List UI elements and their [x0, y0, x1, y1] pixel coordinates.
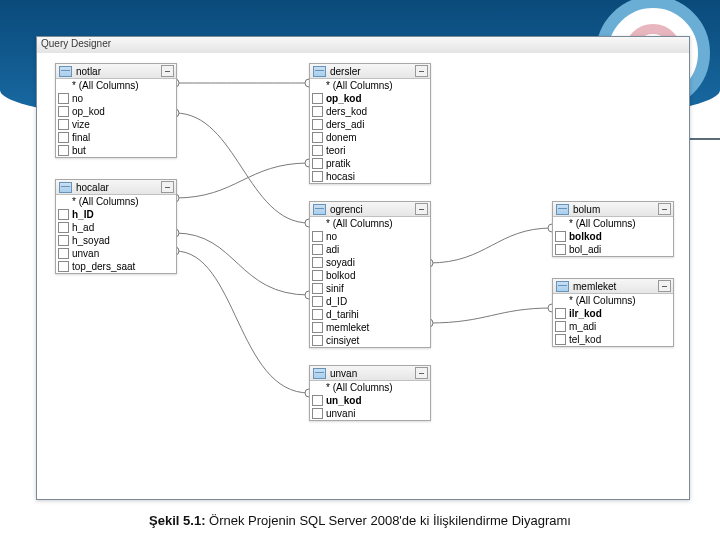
column-row[interactable]: op_kod — [310, 92, 430, 105]
table-unvan[interactable]: unvan–* (All Columns)un_kodunvani — [309, 365, 431, 421]
table-header[interactable]: unvan– — [310, 366, 430, 381]
column-checkbox[interactable] — [312, 395, 323, 406]
column-checkbox[interactable] — [58, 145, 69, 156]
column-row[interactable]: soyadi — [310, 256, 430, 269]
column-checkbox[interactable] — [58, 132, 69, 143]
column-checkbox[interactable] — [312, 119, 323, 130]
column-row[interactable]: * (All Columns) — [310, 217, 430, 230]
column-row[interactable]: final — [56, 131, 176, 144]
column-row[interactable]: no — [56, 92, 176, 105]
column-checkbox[interactable] — [312, 171, 323, 182]
column-row[interactable]: cinsiyet — [310, 334, 430, 347]
column-row[interactable]: adi — [310, 243, 430, 256]
column-checkbox[interactable] — [312, 283, 323, 294]
diagram-canvas[interactable]: notlar–* (All Columns)noop_kodvizefinalb… — [37, 53, 689, 499]
column-row[interactable]: * (All Columns) — [56, 195, 176, 208]
figure-caption: Şekil 5.1: Örnek Projenin SQL Server 200… — [0, 513, 720, 528]
column-row[interactable]: memleket — [310, 321, 430, 334]
column-row[interactable]: vize — [56, 118, 176, 131]
table-notlar[interactable]: notlar–* (All Columns)noop_kodvizefinalb… — [55, 63, 177, 158]
table-header[interactable]: hocalar– — [56, 180, 176, 195]
column-row[interactable]: top_ders_saat — [56, 260, 176, 273]
column-checkbox[interactable] — [58, 222, 69, 233]
column-row[interactable]: bol_adi — [553, 243, 673, 256]
column-checkbox[interactable] — [58, 235, 69, 246]
column-row[interactable]: pratik — [310, 157, 430, 170]
column-row[interactable]: hocasi — [310, 170, 430, 183]
column-name: ders_adi — [326, 119, 364, 130]
column-checkbox[interactable] — [555, 308, 566, 319]
column-row[interactable]: * (All Columns) — [553, 294, 673, 307]
table-header[interactable]: memleket– — [553, 279, 673, 294]
column-checkbox[interactable] — [312, 93, 323, 104]
column-row[interactable]: sinif — [310, 282, 430, 295]
column-row[interactable]: ders_adi — [310, 118, 430, 131]
table-title: unvan — [330, 368, 357, 379]
column-checkbox[interactable] — [555, 321, 566, 332]
collapse-button[interactable]: – — [415, 367, 428, 379]
column-checkbox[interactable] — [58, 106, 69, 117]
column-checkbox[interactable] — [555, 231, 566, 242]
column-row[interactable]: * (All Columns) — [553, 217, 673, 230]
collapse-button[interactable]: – — [161, 65, 174, 77]
column-checkbox[interactable] — [58, 93, 69, 104]
column-checkbox[interactable] — [312, 244, 323, 255]
column-checkbox[interactable] — [312, 408, 323, 419]
column-row[interactable]: h_ad — [56, 221, 176, 234]
column-row[interactable]: ilr_kod — [553, 307, 673, 320]
column-checkbox[interactable] — [58, 119, 69, 130]
column-row[interactable]: no — [310, 230, 430, 243]
column-checkbox[interactable] — [58, 248, 69, 259]
column-checkbox[interactable] — [312, 132, 323, 143]
collapse-button[interactable]: – — [415, 203, 428, 215]
column-checkbox[interactable] — [312, 145, 323, 156]
table-ogrenci[interactable]: ogrenci–* (All Columns)noadisoyadibolkod… — [309, 201, 431, 348]
column-checkbox[interactable] — [58, 261, 69, 272]
column-checkbox[interactable] — [312, 335, 323, 346]
column-row[interactable]: un_kod — [310, 394, 430, 407]
column-checkbox[interactable] — [312, 322, 323, 333]
table-dersler[interactable]: dersler–* (All Columns)op_kodders_kodder… — [309, 63, 431, 184]
column-checkbox[interactable] — [312, 257, 323, 268]
column-row[interactable]: bolkod — [553, 230, 673, 243]
column-checkbox[interactable] — [312, 296, 323, 307]
column-row[interactable]: m_adi — [553, 320, 673, 333]
table-hocalar[interactable]: hocalar–* (All Columns)h_IDh_adh_soyadun… — [55, 179, 177, 274]
collapse-button[interactable]: – — [415, 65, 428, 77]
table-header[interactable]: notlar– — [56, 64, 176, 79]
column-checkbox[interactable] — [312, 309, 323, 320]
table-bolum[interactable]: bolum–* (All Columns)bolkodbol_adi — [552, 201, 674, 257]
window-titlebar[interactable]: Query Designer — [37, 37, 689, 54]
column-row[interactable]: h_soyad — [56, 234, 176, 247]
column-row[interactable]: but — [56, 144, 176, 157]
column-checkbox[interactable] — [312, 270, 323, 281]
column-row[interactable]: * (All Columns) — [310, 79, 430, 92]
column-row[interactable]: ders_kod — [310, 105, 430, 118]
column-checkbox[interactable] — [555, 334, 566, 345]
column-checkbox[interactable] — [312, 106, 323, 117]
column-checkbox[interactable] — [312, 231, 323, 242]
column-row[interactable]: h_ID — [56, 208, 176, 221]
column-row[interactable]: d_ID — [310, 295, 430, 308]
collapse-button[interactable]: – — [161, 181, 174, 193]
table-header[interactable]: ogrenci– — [310, 202, 430, 217]
column-row[interactable]: bolkod — [310, 269, 430, 282]
table-header[interactable]: bolum– — [553, 202, 673, 217]
column-row[interactable]: tel_kod — [553, 333, 673, 346]
collapse-button[interactable]: – — [658, 280, 671, 292]
column-row[interactable]: teori — [310, 144, 430, 157]
column-name: * (All Columns) — [569, 218, 636, 229]
column-row[interactable]: unvani — [310, 407, 430, 420]
column-checkbox[interactable] — [58, 209, 69, 220]
column-row[interactable]: op_kod — [56, 105, 176, 118]
column-checkbox[interactable] — [555, 244, 566, 255]
column-checkbox[interactable] — [312, 158, 323, 169]
table-memleket[interactable]: memleket–* (All Columns)ilr_kodm_aditel_… — [552, 278, 674, 347]
column-row[interactable]: donem — [310, 131, 430, 144]
column-row[interactable]: d_tarihi — [310, 308, 430, 321]
table-header[interactable]: dersler– — [310, 64, 430, 79]
column-row[interactable]: * (All Columns) — [310, 381, 430, 394]
column-row[interactable]: unvan — [56, 247, 176, 260]
column-row[interactable]: * (All Columns) — [56, 79, 176, 92]
collapse-button[interactable]: – — [658, 203, 671, 215]
